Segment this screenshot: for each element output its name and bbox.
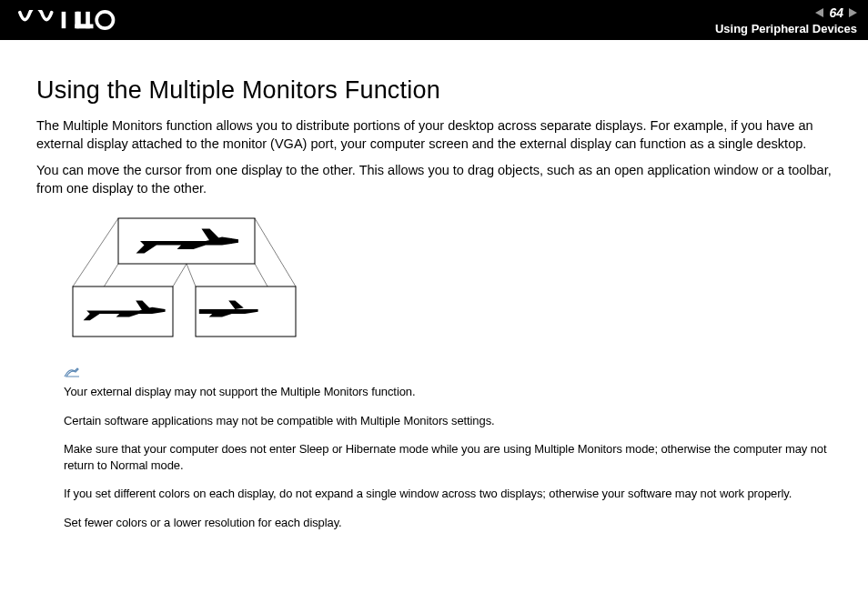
page-title: Using the Multiple Monitors Function: [36, 76, 832, 105]
prev-page-arrow-icon[interactable]: [815, 8, 823, 17]
section-title: Using Peripheral Devices: [715, 22, 857, 35]
notes-section: Your external display may not support th…: [36, 366, 832, 530]
note-text: Set fewer colors or a lower resolution f…: [64, 515, 832, 531]
note-text: Certain software applications may not be…: [64, 413, 832, 429]
note-text: Your external display may not support th…: [64, 384, 832, 400]
page-number: 64: [829, 5, 843, 20]
svg-line-9: [173, 264, 187, 286]
header-right: 64 Using Peripheral Devices: [715, 5, 857, 35]
page-header: 64 Using Peripheral Devices: [0, 0, 868, 40]
body-paragraph: You can move the cursor from one display…: [36, 162, 832, 197]
svg-point-5: [96, 12, 113, 28]
next-page-arrow-icon[interactable]: [849, 8, 857, 17]
body-paragraph: The Multiple Monitors function allows yo…: [36, 117, 832, 153]
vaio-logo: [18, 10, 118, 30]
svg-rect-0: [62, 12, 66, 28]
svg-line-7: [73, 218, 118, 286]
svg-line-11: [255, 218, 296, 286]
multi-monitor-diagram: [64, 214, 832, 349]
page-nav: 64: [815, 5, 857, 20]
note-text: If you set different colors on each disp…: [64, 486, 832, 502]
page-content: Using the Multiple Monitors Function The…: [0, 40, 868, 562]
note-text: Make sure that your computer does not en…: [64, 441, 832, 473]
svg-rect-3: [86, 12, 90, 28]
svg-line-10: [187, 264, 196, 286]
note-pencil-icon: [64, 366, 832, 382]
